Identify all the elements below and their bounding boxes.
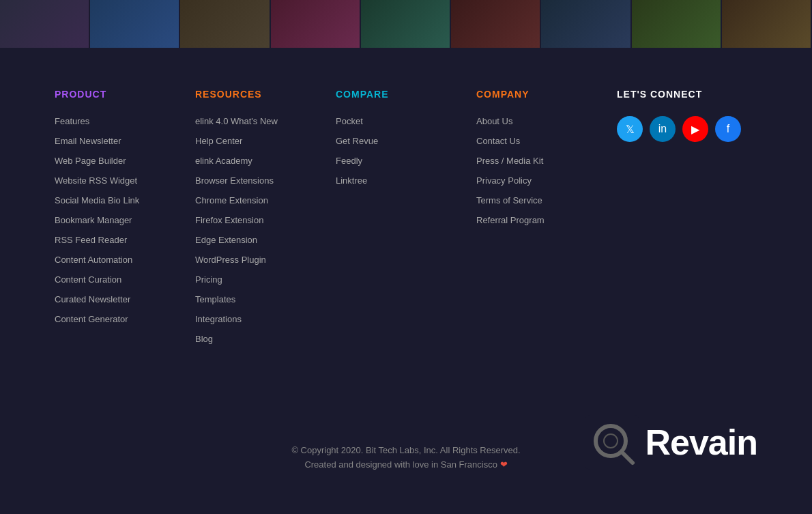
social-icons: 𝕏 in ▶ f xyxy=(617,116,757,142)
connect-column: LET'S CONNECT 𝕏 in ▶ f xyxy=(617,89,757,354)
compare-link-pocket[interactable]: Pocket xyxy=(336,116,476,126)
company-link-privacy[interactable]: Privacy Policy xyxy=(476,175,617,186)
product-link-email-newsletter[interactable]: Email Newsletter xyxy=(55,136,195,146)
resources-column: RESOURCES elink 4.0 What's New Help Cent… xyxy=(195,89,336,354)
resources-link-browser-ext[interactable]: Browser Extensions xyxy=(195,175,336,186)
compare-link-feedly[interactable]: Feedly xyxy=(336,156,476,166)
product-link-features[interactable]: Features xyxy=(55,116,195,126)
footer: PRODUCT Features Email Newsletter Web Pa… xyxy=(0,48,812,497)
twitter-icon[interactable]: 𝕏 xyxy=(617,116,643,142)
connect-header: LET'S CONNECT xyxy=(617,89,757,100)
product-link-web-page-builder[interactable]: Web Page Builder xyxy=(55,156,195,166)
resources-link-firefox[interactable]: Firefox Extension xyxy=(195,215,336,225)
company-header: COMPANY xyxy=(476,89,617,100)
company-link-referral[interactable]: Referral Program xyxy=(476,215,617,225)
strip-item-2 xyxy=(90,0,180,48)
product-link-content-curation[interactable]: Content Curation xyxy=(55,274,195,285)
resources-link-templates[interactable]: Templates xyxy=(195,294,336,304)
resources-link-blog[interactable]: Blog xyxy=(195,334,336,344)
resources-link-chrome[interactable]: Chrome Extension xyxy=(195,195,336,205)
resources-link-pricing[interactable]: Pricing xyxy=(195,274,336,285)
strip-item-6 xyxy=(451,0,541,48)
product-link-content-generator[interactable]: Content Generator xyxy=(55,314,195,324)
footer-bottom: © Copyright 2020. Bit Tech Labs, Inc. Al… xyxy=(55,395,757,470)
product-link-website-rss[interactable]: Website RSS Widget xyxy=(55,175,195,186)
strip-item-8 xyxy=(632,0,722,48)
compare-link-linktree[interactable]: Linktree xyxy=(336,175,476,186)
company-link-about[interactable]: About Us xyxy=(476,116,617,126)
strip-item-7 xyxy=(541,0,631,48)
copyright-text: © Copyright 2020. Bit Tech Labs, Inc. Al… xyxy=(289,445,523,455)
strip-item-9 xyxy=(722,0,812,48)
product-link-curated-newsletter[interactable]: Curated Newsletter xyxy=(55,294,195,304)
compare-column: COMPARE Pocket Get Revue Feedly Linktree xyxy=(336,89,476,354)
resources-link-wordpress[interactable]: WordPress Plugin xyxy=(195,255,336,265)
product-header: PRODUCT xyxy=(55,89,195,100)
revain-icon xyxy=(585,415,639,470)
resources-link-whats-new[interactable]: elink 4.0 What's New xyxy=(195,116,336,126)
linkedin-icon[interactable]: in xyxy=(650,116,676,142)
strip-item-3 xyxy=(180,0,270,48)
resources-link-academy[interactable]: elink Academy xyxy=(195,156,336,166)
facebook-icon[interactable]: f xyxy=(715,116,741,142)
company-link-terms[interactable]: Terms of Service xyxy=(476,195,617,205)
resources-link-help-center[interactable]: Help Center xyxy=(195,136,336,146)
revain-logo: Revain xyxy=(523,415,757,470)
svg-point-3 xyxy=(604,434,618,448)
product-link-content-automation[interactable]: Content Automation xyxy=(55,255,195,265)
heart-icon: ❤ xyxy=(500,459,508,470)
resources-header: RESOURCES xyxy=(195,89,336,100)
revain-text: Revain xyxy=(645,422,757,463)
youtube-icon[interactable]: ▶ xyxy=(682,116,708,142)
product-link-bookmark[interactable]: Bookmark Manager xyxy=(55,215,195,225)
strip-item-4 xyxy=(271,0,361,48)
resources-link-integrations[interactable]: Integrations xyxy=(195,314,336,324)
company-column: COMPANY About Us Contact Us Press / Medi… xyxy=(476,89,617,354)
love-label: Created and designed with love in San Fr… xyxy=(304,459,497,470)
compare-link-revue[interactable]: Get Revue xyxy=(336,136,476,146)
strip-item-1 xyxy=(0,0,90,48)
resources-link-edge[interactable]: Edge Extension xyxy=(195,235,336,245)
product-link-social-bio[interactable]: Social Media Bio Link xyxy=(55,195,195,205)
company-link-press[interactable]: Press / Media Kit xyxy=(476,156,617,166)
love-text: Created and designed with love in San Fr… xyxy=(289,459,523,470)
company-link-contact[interactable]: Contact Us xyxy=(476,136,617,146)
strip-item-5 xyxy=(361,0,451,48)
product-column: PRODUCT Features Email Newsletter Web Pa… xyxy=(55,89,195,354)
product-link-rss-reader[interactable]: RSS Feed Reader xyxy=(55,235,195,245)
image-strip xyxy=(0,0,812,48)
footer-columns: PRODUCT Features Email Newsletter Web Pa… xyxy=(55,89,757,354)
copyright-section: © Copyright 2020. Bit Tech Labs, Inc. Al… xyxy=(289,445,523,470)
compare-header: COMPARE xyxy=(336,89,476,100)
